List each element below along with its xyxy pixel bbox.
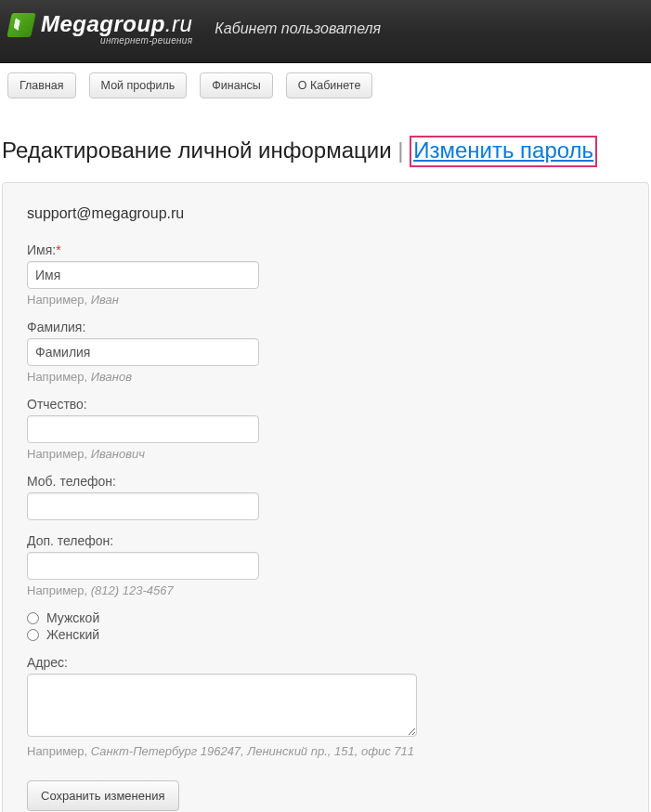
save-button[interactable]: Сохранить изменения bbox=[27, 780, 179, 811]
logo-text: Megagroup.ru bbox=[41, 11, 192, 37]
label-patronymic: Отчество: bbox=[27, 397, 624, 412]
change-password-link[interactable]: Изменить пароль bbox=[413, 138, 593, 163]
field-patronymic: Отчество: Например, Иванович bbox=[27, 397, 624, 461]
nav-about-button[interactable]: О Кабинете bbox=[286, 72, 373, 98]
label-phone: Доп. телефон: bbox=[27, 533, 624, 548]
field-gender: Мужской Женский bbox=[27, 610, 624, 642]
change-password-highlight: Изменить пароль bbox=[410, 136, 597, 167]
patronymic-input[interactable] bbox=[27, 415, 259, 443]
megagroup-logo-icon bbox=[7, 13, 36, 37]
form-panel: support@megagroup.ru Имя:* Например, Ива… bbox=[2, 182, 649, 812]
phone-input[interactable] bbox=[27, 552, 259, 580]
hint-name: Например, Иван bbox=[27, 293, 624, 307]
nav-profile-button[interactable]: Мой профиль bbox=[89, 72, 188, 98]
surname-input[interactable] bbox=[27, 338, 259, 366]
page-title-main: Редактирование личной информации bbox=[2, 138, 392, 163]
hint-address: Например, Санкт-Петербург 196247, Ленинс… bbox=[27, 744, 624, 758]
label-address: Адрес: bbox=[27, 655, 624, 670]
name-input[interactable] bbox=[27, 261, 259, 289]
field-phone: Доп. телефон: Например, (812) 123-4567 bbox=[27, 533, 624, 597]
radio-male-label[interactable]: Мужской bbox=[27, 610, 624, 625]
label-surname: Фамилия: bbox=[27, 320, 624, 334]
hint-patronymic: Например, Иванович bbox=[27, 447, 624, 461]
page-title-sep: | bbox=[392, 138, 410, 163]
header: Megagroup.ru интернет-решения Кабинет по… bbox=[0, 0, 651, 63]
nav: Главная Мой профиль Финансы О Кабинете bbox=[0, 63, 651, 108]
radio-female[interactable] bbox=[27, 629, 39, 641]
address-textarea[interactable] bbox=[27, 674, 417, 737]
header-title: Кабинет пользователя bbox=[215, 20, 381, 37]
nav-main-button[interactable]: Главная bbox=[7, 72, 76, 98]
field-surname: Фамилия: Например, Иванов bbox=[27, 320, 624, 384]
radio-female-label[interactable]: Женский bbox=[27, 627, 624, 642]
nav-finance-button[interactable]: Финансы bbox=[200, 72, 272, 98]
label-mobile: Моб. телефон: bbox=[27, 474, 624, 489]
field-mobile: Моб. телефон: bbox=[27, 474, 624, 520]
hint-phone: Например, (812) 123-4567 bbox=[27, 583, 624, 597]
field-address: Адрес: Например, Санкт-Петербург 196247,… bbox=[27, 655, 624, 758]
account-email: support@megagroup.ru bbox=[27, 205, 624, 222]
logo-main: Megagroup bbox=[41, 11, 165, 36]
page-title: Редактирование личной информации | Измен… bbox=[0, 108, 651, 177]
logo-domain: .ru bbox=[165, 11, 193, 36]
mobile-input[interactable] bbox=[27, 492, 259, 520]
logo[interactable]: Megagroup.ru интернет-решения bbox=[9, 11, 192, 46]
required-mark: * bbox=[56, 242, 60, 257]
field-name: Имя:* Например, Иван bbox=[27, 242, 624, 307]
radio-male[interactable] bbox=[27, 612, 39, 624]
label-name: Имя:* bbox=[27, 242, 624, 257]
hint-surname: Например, Иванов bbox=[27, 370, 624, 384]
